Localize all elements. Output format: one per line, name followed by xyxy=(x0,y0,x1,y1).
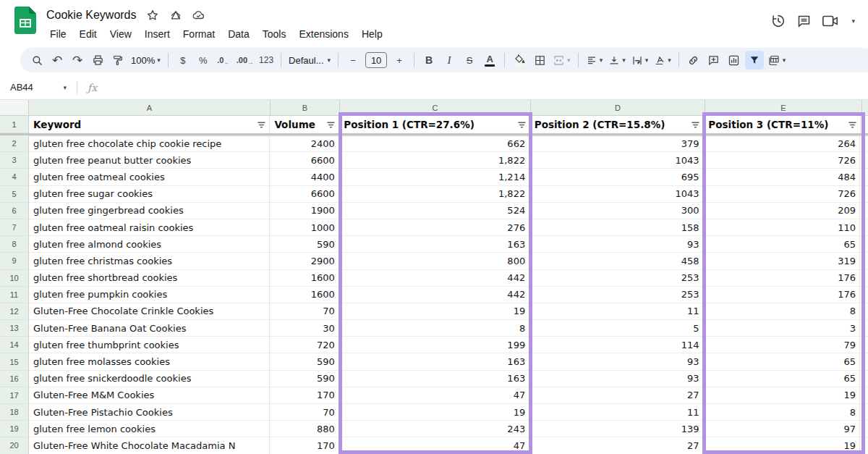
cell[interactable]: 1043 xyxy=(529,152,703,169)
cell[interactable]: 726 xyxy=(704,152,860,169)
row-header[interactable]: 3 xyxy=(0,152,29,169)
menu-format[interactable]: Format xyxy=(176,27,221,41)
cell[interactable]: gluten free molasses cookies xyxy=(29,353,270,370)
cell[interactable]: 8 xyxy=(704,303,860,320)
cell[interactable]: gluten free sugar cookies xyxy=(29,186,270,203)
cell[interactable]: 695 xyxy=(529,169,703,185)
cell[interactable]: 379 xyxy=(529,135,703,152)
cell[interactable]: 5 xyxy=(529,320,703,337)
cell[interactable]: 110 xyxy=(704,219,860,236)
cell[interactable]: 97 xyxy=(704,421,860,437)
menu-help[interactable]: Help xyxy=(355,27,389,41)
cell[interactable]: 1600 xyxy=(270,270,339,287)
print-icon[interactable] xyxy=(88,51,107,70)
cell[interactable]: 47 xyxy=(339,437,529,454)
redo-button[interactable]: ↷ xyxy=(68,51,87,70)
cell[interactable]: gluten free pumpkin cookies xyxy=(29,287,270,303)
cell[interactable]: 199 xyxy=(339,337,529,353)
row-header[interactable]: 6 xyxy=(0,203,29,219)
cell[interactable]: 3 xyxy=(704,320,860,337)
vertical-align-icon[interactable]: ▾ xyxy=(606,51,628,70)
number-format-button[interactable]: 123 xyxy=(257,51,276,70)
merge-cells-icon[interactable]: ▾ xyxy=(550,51,573,70)
cell[interactable]: 19 xyxy=(339,404,529,421)
italic-button[interactable]: I xyxy=(440,51,459,70)
cell[interactable]: gluten free chocolate chip cookie recipe xyxy=(29,135,270,152)
cell[interactable]: 662 xyxy=(339,135,529,152)
filter-icon[interactable] xyxy=(326,121,336,129)
cell[interactable]: 1043 xyxy=(529,186,703,203)
row-header[interactable]: 20 xyxy=(0,437,29,454)
cell[interactable]: 590 xyxy=(270,236,339,253)
zoom-select[interactable]: 100%▾ xyxy=(129,51,163,70)
cell[interactable]: 65 xyxy=(704,371,860,387)
cell[interactable]: 163 xyxy=(339,371,529,387)
filter-icon[interactable] xyxy=(691,121,700,129)
text-color-button[interactable]: A xyxy=(480,51,499,70)
cell[interactable]: 19 xyxy=(704,387,860,404)
row-header[interactable]: 9 xyxy=(0,253,29,269)
row-header[interactable]: 11 xyxy=(0,287,29,303)
row-header[interactable]: 10 xyxy=(0,270,29,287)
menu-file[interactable]: File xyxy=(43,27,73,41)
cell[interactable]: 93 xyxy=(529,353,703,370)
cell[interactable]: Gluten-Free M&M Cookies xyxy=(29,387,270,404)
comments-icon[interactable] xyxy=(796,14,812,29)
cell[interactable]: 176 xyxy=(704,287,860,303)
cell[interactable]: gluten free thumbprint cookies xyxy=(29,337,270,353)
cell[interactable]: 93 xyxy=(529,371,703,387)
filter-icon[interactable] xyxy=(517,121,527,129)
cell[interactable]: gluten free snickerdoodle cookies xyxy=(29,371,270,387)
cell[interactable]: 65 xyxy=(704,236,860,253)
cell[interactable]: 264 xyxy=(704,135,860,152)
cell[interactable]: 170 xyxy=(270,387,339,404)
row-header[interactable]: 7 xyxy=(0,219,29,236)
format-percent-button[interactable]: % xyxy=(194,51,213,70)
menu-edit[interactable]: Edit xyxy=(73,27,103,41)
row-header[interactable]: 14 xyxy=(0,337,29,353)
cell[interactable]: 6600 xyxy=(270,186,339,203)
row-header[interactable]: 16 xyxy=(0,371,29,387)
row-header[interactable]: 19 xyxy=(0,421,29,437)
insert-chart-icon[interactable] xyxy=(725,51,744,70)
name-box[interactable]: AB44 ▾ xyxy=(0,82,72,93)
filter-icon[interactable] xyxy=(848,121,857,129)
star-icon[interactable] xyxy=(142,7,163,24)
paint-format-icon[interactable] xyxy=(109,51,127,70)
cell[interactable]: 170 xyxy=(270,437,339,454)
cell[interactable]: 590 xyxy=(270,353,339,370)
format-currency-button[interactable]: $ xyxy=(174,51,192,70)
cell-keyword-header[interactable]: Keyword xyxy=(29,116,270,133)
font-size-input[interactable]: 10 xyxy=(365,52,387,68)
cell[interactable]: 19 xyxy=(704,437,860,454)
create-filter-button[interactable] xyxy=(745,51,764,70)
cell[interactable]: 720 xyxy=(270,337,339,353)
cell[interactable]: 4400 xyxy=(270,169,339,185)
cell[interactable]: 2400 xyxy=(270,135,339,152)
column-header-b[interactable]: B xyxy=(271,100,340,116)
decrease-decimal-button[interactable]: .0← xyxy=(214,51,233,70)
search-icon[interactable] xyxy=(27,51,46,70)
cell[interactable]: 79 xyxy=(704,337,860,353)
menu-extensions[interactable]: Extensions xyxy=(292,27,354,41)
menu-data[interactable]: Data xyxy=(221,27,256,41)
cell-volume-header[interactable]: Volume xyxy=(270,116,339,133)
cell[interactable]: gluten free shortbread cookies xyxy=(29,270,270,287)
row-header[interactable]: 13 xyxy=(0,320,29,337)
cell[interactable]: 243 xyxy=(339,421,529,437)
row-header[interactable]: 4 xyxy=(0,169,29,185)
cell[interactable]: 70 xyxy=(270,303,339,320)
decrease-font-size-button[interactable]: − xyxy=(344,51,362,70)
cell[interactable]: 70 xyxy=(270,404,339,421)
cell[interactable]: 442 xyxy=(339,270,529,287)
cell[interactable]: 19 xyxy=(339,303,529,320)
cell[interactable]: 524 xyxy=(339,203,529,219)
cell[interactable]: 590 xyxy=(270,371,339,387)
table-views-icon[interactable]: ▾ xyxy=(765,51,788,70)
cell[interactable]: 726 xyxy=(704,186,860,203)
text-wrap-icon[interactable]: ▾ xyxy=(629,51,651,70)
cell[interactable]: 1600 xyxy=(270,287,339,303)
fill-color-button[interactable] xyxy=(510,51,529,70)
cell[interactable]: 158 xyxy=(529,219,703,236)
cell[interactable]: 8 xyxy=(339,320,529,337)
